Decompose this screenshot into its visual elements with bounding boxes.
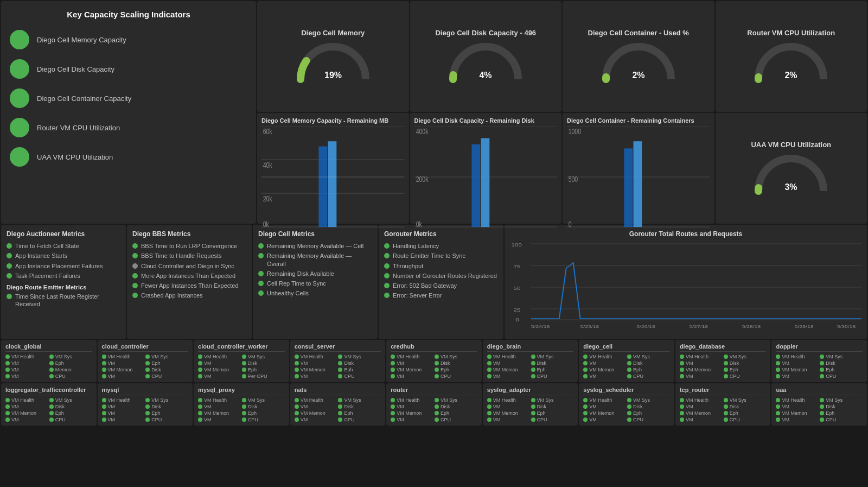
svg-text:40k: 40k [263, 160, 272, 169]
indicator-label: Router VM CPU Utilization [37, 124, 120, 132]
metric-dot [258, 290, 264, 296]
metric-dot [384, 283, 390, 288]
vm-item: VM [680, 374, 723, 379]
vm-row2: loggregator_trafficcontroller VM Health … [1, 383, 867, 426]
vm-panel: cloud_controller_worker VM Health VM VM … [194, 340, 289, 382]
vm-label: VM Sys [441, 354, 457, 359]
vm-dot [242, 355, 246, 359]
vm-label: VM Memon [686, 410, 711, 416]
vm-col: VM Sys Disk Eph CPU [435, 397, 477, 422]
vm-dot [145, 374, 150, 378]
vm-item: VM Health [487, 397, 530, 403]
vm-dot [5, 374, 10, 378]
vm-dot [295, 398, 299, 402]
vm-dot [776, 361, 780, 365]
svg-text:5/26/18: 5/26/18 [636, 324, 655, 329]
vm-panel-title: diego_database [680, 343, 767, 352]
vm-label: VM [108, 404, 116, 409]
vm-dot [391, 368, 395, 372]
vm-panel: nats VM Health VM VM Memon VM VM Sys [290, 383, 386, 426]
vm-dot [583, 368, 588, 372]
vm-label: Eph [248, 367, 257, 372]
vm-item: VM [583, 404, 626, 409]
vm-label: VM Sys [537, 354, 554, 359]
vm-label: Eph [537, 410, 546, 416]
vm-item: VM [680, 360, 723, 366]
metric-label: Time Since Last Route Register Received [15, 293, 120, 308]
vm-label: Eph [344, 367, 353, 372]
metric-item: BBS Time to Handle Requests [132, 252, 246, 260]
key-capacity-panel: Key Capacity Scaling Indicators Diego Ce… [1, 1, 256, 224]
vm-item: VM [102, 410, 145, 416]
vm-col: VM Health VM VM Memon VM [295, 354, 337, 379]
vm-col: VM Sys Eph Memon CPU [49, 354, 92, 379]
vm-label: VM Sys [55, 397, 72, 403]
vm-dot [724, 411, 728, 415]
vm-label: Eph [730, 367, 738, 372]
vm-label: VM [11, 404, 19, 409]
svg-text:400k: 400k [416, 127, 428, 136]
vm-label: VM Sys [151, 397, 168, 403]
vm-label: CPU [151, 374, 162, 379]
vm-panel: mysql VM Health VM VM VM VM Sys [98, 383, 193, 426]
vm-dot [531, 374, 535, 378]
vm-dot [724, 355, 728, 359]
vm-label: VM [782, 374, 789, 379]
vm-label: VM [108, 417, 116, 422]
vm-label: Eph [730, 410, 738, 416]
indicator-label: Diego Cell Container Capacity [37, 94, 131, 103]
vm-item: Disk [338, 404, 381, 409]
key-capacity-title: Key Capacity Scaling Indicators [10, 10, 247, 19]
vm-panel-title: clock_global [5, 343, 92, 352]
metric-item: Task Placement Failures [7, 272, 120, 280]
vm-item: VM [198, 404, 241, 409]
vm-grid: VM Health VM VM Memon VM VM Sys Disk [680, 397, 767, 422]
router-uaa-column: Router VM CPU Utilization 2% UAA VM CPU … [716, 1, 867, 224]
vm-item: VM Sys [820, 397, 863, 403]
diego-disk-gauge-panel: Diego Cell Disk Capacity - 496 4% [410, 1, 562, 112]
vm-label: Disk [55, 404, 65, 409]
vm-panel: syslog_scheduler VM Health VM VM Memon V… [579, 383, 674, 426]
vm-dot [531, 411, 535, 415]
vm-item: Eph [627, 367, 670, 372]
vm-label: VM Sys [248, 354, 265, 359]
vm-label: VM Memon [108, 367, 133, 372]
vm-panel: diego_cell VM Health VM VM Memon VM VM S… [579, 340, 674, 382]
vm-panel: uaa VM Health VM VM Memon VM VM Sys [771, 383, 867, 426]
vm-item: VM [583, 417, 626, 422]
indicator-row: Diego Cell Container Capacity [10, 88, 247, 108]
vm-panel: clock_global VM Health VM VM VM VM Sys [1, 340, 97, 382]
vm-item: CPU [724, 417, 767, 422]
svg-text:0: 0 [569, 219, 572, 228]
metric-label: Error: 502 Bad Gateway [393, 282, 457, 289]
vm-label: VM Sys [633, 397, 650, 403]
vm-dot [49, 355, 54, 359]
metric-label: Time to Fetch Cell State [15, 242, 79, 250]
vm-panel-title: loggregator_trafficcontroller [5, 387, 92, 395]
vm-dot [487, 374, 492, 378]
vm-dot [583, 355, 588, 359]
vm-col: VM Sys Disk Eph CPU [724, 354, 767, 379]
vm-item: VM Health [295, 397, 337, 403]
vm-label: VM Memon [397, 367, 422, 372]
vm-dot [583, 418, 588, 422]
vm-label: VM Health [204, 397, 227, 403]
vm-dot [776, 418, 780, 422]
vm-label: VM Sys [344, 397, 361, 403]
vm-dot [680, 368, 684, 372]
router-cpu-title: Router VM CPU Utilization [747, 29, 835, 37]
vm-dot [5, 404, 10, 409]
vm-dot [583, 374, 588, 378]
gorouter-chart-title: Gorouter Total Routes and Requests [510, 230, 861, 238]
vm-item: VM Health [198, 397, 241, 403]
vm-label: Disk [151, 367, 161, 372]
vm-col: VM Sys Disk Eph CPU [627, 397, 670, 422]
metric-item: Crashed App Instances [132, 292, 246, 299]
vm-item: VM [102, 374, 145, 379]
svg-text:0k: 0k [416, 219, 422, 228]
vm-item: VM Sys [724, 397, 767, 403]
vm-label: VM [397, 417, 404, 422]
vm-item: VM [295, 404, 337, 409]
metric-label: Throughput [393, 262, 423, 270]
vm-dot [102, 398, 106, 402]
